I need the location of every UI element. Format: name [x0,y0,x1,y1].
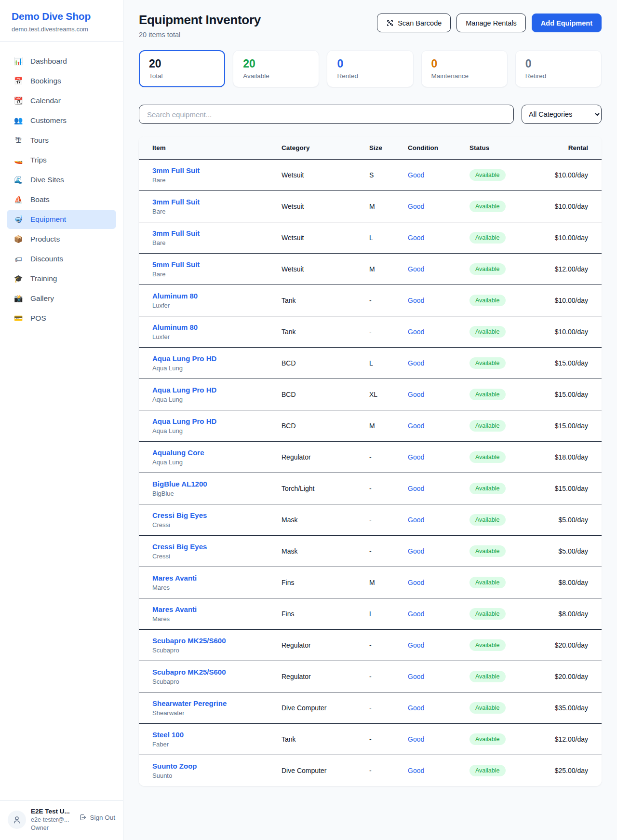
item-name-link[interactable]: 3mm Full Suit [152,166,282,175]
item-name-link[interactable]: Aqua Lung Pro HD [152,386,282,394]
status-cell: Available [469,545,554,557]
item-name-link[interactable]: Shearwater Peregrine [152,699,282,707]
item-name-link[interactable]: Aqua Lung Pro HD [152,417,282,425]
condition-link[interactable]: Good [408,579,424,586]
item-name-link[interactable]: Suunto Zoop [152,762,282,770]
status-badge: Available [469,671,506,682]
size-cell: - [369,547,408,555]
manage-rentals-button[interactable]: Manage Rentals [456,14,526,32]
sidebar-item-dive-sites[interactable]: 🌊Dive Sites [7,170,116,190]
status-badge: Available [469,295,506,306]
condition-cell: Good [408,233,469,242]
item-name-link[interactable]: Cressi Big Eyes [152,511,282,519]
item-name-link[interactable]: Mares Avanti [152,574,282,582]
user-email: e2e-tester@... [31,816,74,823]
item-name-link[interactable]: 3mm Full Suit [152,198,282,206]
sidebar-item-tours[interactable]: 🏝Tours [7,131,116,150]
condition-link[interactable]: Good [408,422,424,430]
sidebar-item-customers[interactable]: 👥Customers [7,111,116,130]
category-cell: Wetsuit [282,234,369,242]
sidebar-item-label: Bookings [30,77,61,85]
condition-cell: Good [408,515,469,524]
rental-price: $10.00/day [554,171,588,179]
sidebar-item-equipment[interactable]: 🤿Equipment [7,210,116,229]
status-cell: Available [469,326,554,338]
table-row: Mares AvantiMaresFinsMGoodAvailable$8.00… [139,567,602,598]
condition-link[interactable]: Good [408,735,424,743]
item-name-link[interactable]: Scubapro MK25/S600 [152,668,282,676]
condition-link[interactable]: Good [408,704,424,712]
sidebar-item-boats[interactable]: ⛵Boats [7,190,116,209]
condition-link[interactable]: Good [408,265,424,273]
stat-card-retired[interactable]: 0Retired [515,50,602,87]
item-cell: Cressi Big EyesCressi [152,511,282,528]
item-name-link[interactable]: 5mm Full Suit [152,260,282,269]
item-name-link[interactable]: Aluminum 80 [152,323,282,331]
item-name-link[interactable]: 3mm Full Suit [152,229,282,237]
sign-out-button[interactable]: Sign Out [79,813,115,821]
user-box: E2E Test U... e2e-tester@... Owner Sign … [0,800,123,840]
scan-barcode-button[interactable]: Scan Barcode [377,14,451,32]
item-name-link[interactable]: Steel 100 [152,731,282,739]
sidebar-item-products[interactable]: 📦Products [7,230,116,249]
sidebar-item-label: Gallery [30,294,54,303]
item-name-link[interactable]: Aqualung Core [152,448,282,457]
sign-out-label: Sign Out [90,814,115,821]
status-cell: Available [469,232,554,244]
table-row: Cressi Big EyesCressiMask-GoodAvailable$… [139,535,602,567]
item-cell: Mares AvantiMares [152,574,282,591]
condition-link[interactable]: Good [408,391,424,398]
item-brand: Bare [152,208,282,215]
stat-card-rented[interactable]: 0Rented [327,50,413,87]
column-header-condition: Condition [408,144,469,151]
condition-link[interactable]: Good [408,328,424,336]
status-cell: Available [469,639,554,651]
item-name-link[interactable]: Scubapro MK25/S600 [152,637,282,645]
stat-card-maintenance[interactable]: 0Maintenance [421,50,508,87]
condition-link[interactable]: Good [408,234,424,242]
stat-card-available[interactable]: 20Available [233,50,319,87]
stat-card-total[interactable]: 20Total [139,50,225,87]
stat-value: 0 [525,57,591,70]
condition-link[interactable]: Good [408,516,424,524]
sidebar-item-bookings[interactable]: 📅Bookings [7,71,116,91]
item-cell: 3mm Full SuitBare [152,166,282,184]
search-input[interactable] [139,105,514,124]
sidebar-item-trips[interactable]: 🚤Trips [7,150,116,170]
add-equipment-button[interactable]: Add Equipment [532,14,602,32]
sidebar-item-dashboard[interactable]: 📊Dashboard [7,52,116,71]
condition-link[interactable]: Good [408,673,424,680]
table-row: Steel 100FaberTank-GoodAvailable$12.00/d… [139,723,602,755]
condition-link[interactable]: Good [408,359,424,367]
category-cell: Wetsuit [282,265,369,273]
item-cell: Aluminum 80Luxfer [152,323,282,340]
item-name-link[interactable]: BigBlue AL1200 [152,480,282,488]
sidebar-item-discounts[interactable]: 🏷Discounts [7,249,116,269]
rental-price: $8.00/day [554,610,588,618]
item-name-link[interactable]: Aqua Lung Pro HD [152,354,282,363]
category-select[interactable]: All Categories [522,105,602,124]
condition-cell: Good [408,421,469,430]
size-cell: - [369,641,408,649]
condition-link[interactable]: Good [408,171,424,179]
condition-link[interactable]: Good [408,610,424,618]
condition-link[interactable]: Good [408,767,424,774]
sidebar-item-training[interactable]: 🎓Training [7,269,116,288]
sidebar-item-calendar[interactable]: 📆Calendar [7,91,116,110]
grad-cap-icon: 🎓 [13,274,23,283]
sidebar-item-gallery[interactable]: 📸Gallery [7,289,116,308]
condition-link[interactable]: Good [408,547,424,555]
item-name-link[interactable]: Mares Avanti [152,605,282,613]
island-icon: 🏝 [13,136,23,145]
condition-link[interactable]: Good [408,297,424,304]
sidebar-item-pos[interactable]: 💳POS [7,309,116,328]
condition-link[interactable]: Good [408,453,424,461]
item-brand: Cressi [152,521,282,528]
item-name-link[interactable]: Cressi Big Eyes [152,542,282,551]
condition-link[interactable]: Good [408,203,424,210]
item-cell: Aluminum 80Luxfer [152,292,282,309]
item-name-link[interactable]: Aluminum 80 [152,292,282,300]
table-row: BigBlue AL1200BigBlueTorch/Light-GoodAva… [139,473,602,504]
condition-link[interactable]: Good [408,641,424,649]
condition-link[interactable]: Good [408,485,424,492]
